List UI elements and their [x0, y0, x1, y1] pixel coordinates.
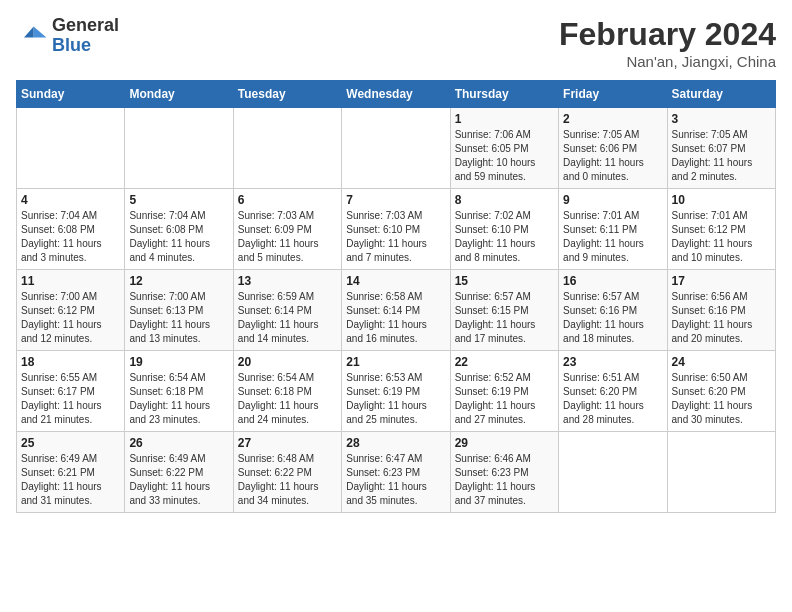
day-info: Sunrise: 7:04 AM Sunset: 6:08 PM Dayligh…	[129, 209, 228, 265]
calendar-week-row: 1Sunrise: 7:06 AM Sunset: 6:05 PM Daylig…	[17, 108, 776, 189]
weekday-header: Sunday	[17, 81, 125, 108]
day-number: 4	[21, 193, 120, 207]
day-number: 21	[346, 355, 445, 369]
weekday-header: Tuesday	[233, 81, 341, 108]
weekday-header: Saturday	[667, 81, 775, 108]
calendar-week-row: 25Sunrise: 6:49 AM Sunset: 6:21 PM Dayli…	[17, 432, 776, 513]
day-info: Sunrise: 6:59 AM Sunset: 6:14 PM Dayligh…	[238, 290, 337, 346]
calendar-cell	[17, 108, 125, 189]
calendar-cell: 7Sunrise: 7:03 AM Sunset: 6:10 PM Daylig…	[342, 189, 450, 270]
calendar-cell: 18Sunrise: 6:55 AM Sunset: 6:17 PM Dayli…	[17, 351, 125, 432]
weekday-header: Thursday	[450, 81, 558, 108]
logo: GeneralBlue	[16, 16, 119, 56]
calendar-cell	[125, 108, 233, 189]
calendar-cell: 19Sunrise: 6:54 AM Sunset: 6:18 PM Dayli…	[125, 351, 233, 432]
day-number: 12	[129, 274, 228, 288]
calendar-cell: 4Sunrise: 7:04 AM Sunset: 6:08 PM Daylig…	[17, 189, 125, 270]
calendar-cell: 5Sunrise: 7:04 AM Sunset: 6:08 PM Daylig…	[125, 189, 233, 270]
calendar-cell: 13Sunrise: 6:59 AM Sunset: 6:14 PM Dayli…	[233, 270, 341, 351]
svg-marker-1	[24, 26, 34, 37]
day-info: Sunrise: 7:06 AM Sunset: 6:05 PM Dayligh…	[455, 128, 554, 184]
day-number: 8	[455, 193, 554, 207]
day-number: 7	[346, 193, 445, 207]
calendar-cell: 1Sunrise: 7:06 AM Sunset: 6:05 PM Daylig…	[450, 108, 558, 189]
day-number: 19	[129, 355, 228, 369]
calendar-cell	[342, 108, 450, 189]
logo-text: GeneralBlue	[52, 16, 119, 56]
calendar-cell: 29Sunrise: 6:46 AM Sunset: 6:23 PM Dayli…	[450, 432, 558, 513]
calendar-cell: 22Sunrise: 6:52 AM Sunset: 6:19 PM Dayli…	[450, 351, 558, 432]
day-info: Sunrise: 7:01 AM Sunset: 6:12 PM Dayligh…	[672, 209, 771, 265]
day-number: 14	[346, 274, 445, 288]
main-title: February 2024	[559, 16, 776, 53]
calendar-week-row: 4Sunrise: 7:04 AM Sunset: 6:08 PM Daylig…	[17, 189, 776, 270]
calendar-cell: 10Sunrise: 7:01 AM Sunset: 6:12 PM Dayli…	[667, 189, 775, 270]
day-info: Sunrise: 6:56 AM Sunset: 6:16 PM Dayligh…	[672, 290, 771, 346]
day-number: 1	[455, 112, 554, 126]
calendar-cell: 11Sunrise: 7:00 AM Sunset: 6:12 PM Dayli…	[17, 270, 125, 351]
day-info: Sunrise: 6:50 AM Sunset: 6:20 PM Dayligh…	[672, 371, 771, 427]
page-header: GeneralBlue February 2024 Nan'an, Jiangx…	[16, 16, 776, 70]
day-info: Sunrise: 7:00 AM Sunset: 6:13 PM Dayligh…	[129, 290, 228, 346]
svg-marker-0	[34, 26, 47, 37]
day-info: Sunrise: 6:46 AM Sunset: 6:23 PM Dayligh…	[455, 452, 554, 508]
day-number: 26	[129, 436, 228, 450]
day-number: 16	[563, 274, 662, 288]
day-number: 10	[672, 193, 771, 207]
calendar-week-row: 11Sunrise: 7:00 AM Sunset: 6:12 PM Dayli…	[17, 270, 776, 351]
day-number: 6	[238, 193, 337, 207]
calendar-cell: 2Sunrise: 7:05 AM Sunset: 6:06 PM Daylig…	[559, 108, 667, 189]
calendar-cell	[667, 432, 775, 513]
day-number: 13	[238, 274, 337, 288]
calendar-cell: 17Sunrise: 6:56 AM Sunset: 6:16 PM Dayli…	[667, 270, 775, 351]
day-info: Sunrise: 6:58 AM Sunset: 6:14 PM Dayligh…	[346, 290, 445, 346]
day-info: Sunrise: 6:48 AM Sunset: 6:22 PM Dayligh…	[238, 452, 337, 508]
calendar-header-row: SundayMondayTuesdayWednesdayThursdayFrid…	[17, 81, 776, 108]
day-number: 24	[672, 355, 771, 369]
calendar-cell: 3Sunrise: 7:05 AM Sunset: 6:07 PM Daylig…	[667, 108, 775, 189]
day-number: 3	[672, 112, 771, 126]
weekday-header: Friday	[559, 81, 667, 108]
calendar-cell: 21Sunrise: 6:53 AM Sunset: 6:19 PM Dayli…	[342, 351, 450, 432]
weekday-header: Wednesday	[342, 81, 450, 108]
day-info: Sunrise: 6:57 AM Sunset: 6:16 PM Dayligh…	[563, 290, 662, 346]
title-block: February 2024 Nan'an, Jiangxi, China	[559, 16, 776, 70]
day-info: Sunrise: 7:05 AM Sunset: 6:07 PM Dayligh…	[672, 128, 771, 184]
day-info: Sunrise: 6:47 AM Sunset: 6:23 PM Dayligh…	[346, 452, 445, 508]
weekday-header: Monday	[125, 81, 233, 108]
day-number: 15	[455, 274, 554, 288]
day-number: 18	[21, 355, 120, 369]
day-number: 20	[238, 355, 337, 369]
day-number: 9	[563, 193, 662, 207]
day-info: Sunrise: 7:02 AM Sunset: 6:10 PM Dayligh…	[455, 209, 554, 265]
day-number: 22	[455, 355, 554, 369]
calendar-cell	[559, 432, 667, 513]
day-info: Sunrise: 7:05 AM Sunset: 6:06 PM Dayligh…	[563, 128, 662, 184]
day-number: 23	[563, 355, 662, 369]
day-info: Sunrise: 6:54 AM Sunset: 6:18 PM Dayligh…	[129, 371, 228, 427]
day-info: Sunrise: 7:04 AM Sunset: 6:08 PM Dayligh…	[21, 209, 120, 265]
day-info: Sunrise: 6:52 AM Sunset: 6:19 PM Dayligh…	[455, 371, 554, 427]
calendar-cell: 23Sunrise: 6:51 AM Sunset: 6:20 PM Dayli…	[559, 351, 667, 432]
calendar-cell: 27Sunrise: 6:48 AM Sunset: 6:22 PM Dayli…	[233, 432, 341, 513]
calendar-cell: 28Sunrise: 6:47 AM Sunset: 6:23 PM Dayli…	[342, 432, 450, 513]
day-info: Sunrise: 6:51 AM Sunset: 6:20 PM Dayligh…	[563, 371, 662, 427]
calendar-cell	[233, 108, 341, 189]
day-number: 25	[21, 436, 120, 450]
day-info: Sunrise: 6:49 AM Sunset: 6:21 PM Dayligh…	[21, 452, 120, 508]
day-info: Sunrise: 7:03 AM Sunset: 6:09 PM Dayligh…	[238, 209, 337, 265]
calendar-cell: 16Sunrise: 6:57 AM Sunset: 6:16 PM Dayli…	[559, 270, 667, 351]
calendar-week-row: 18Sunrise: 6:55 AM Sunset: 6:17 PM Dayli…	[17, 351, 776, 432]
day-info: Sunrise: 6:53 AM Sunset: 6:19 PM Dayligh…	[346, 371, 445, 427]
calendar-table: SundayMondayTuesdayWednesdayThursdayFrid…	[16, 80, 776, 513]
calendar-cell: 24Sunrise: 6:50 AM Sunset: 6:20 PM Dayli…	[667, 351, 775, 432]
day-info: Sunrise: 6:49 AM Sunset: 6:22 PM Dayligh…	[129, 452, 228, 508]
calendar-cell: 12Sunrise: 7:00 AM Sunset: 6:13 PM Dayli…	[125, 270, 233, 351]
calendar-cell: 26Sunrise: 6:49 AM Sunset: 6:22 PM Dayli…	[125, 432, 233, 513]
subtitle: Nan'an, Jiangxi, China	[559, 53, 776, 70]
day-number: 11	[21, 274, 120, 288]
calendar-cell: 9Sunrise: 7:01 AM Sunset: 6:11 PM Daylig…	[559, 189, 667, 270]
day-number: 5	[129, 193, 228, 207]
day-info: Sunrise: 6:57 AM Sunset: 6:15 PM Dayligh…	[455, 290, 554, 346]
calendar-cell: 6Sunrise: 7:03 AM Sunset: 6:09 PM Daylig…	[233, 189, 341, 270]
